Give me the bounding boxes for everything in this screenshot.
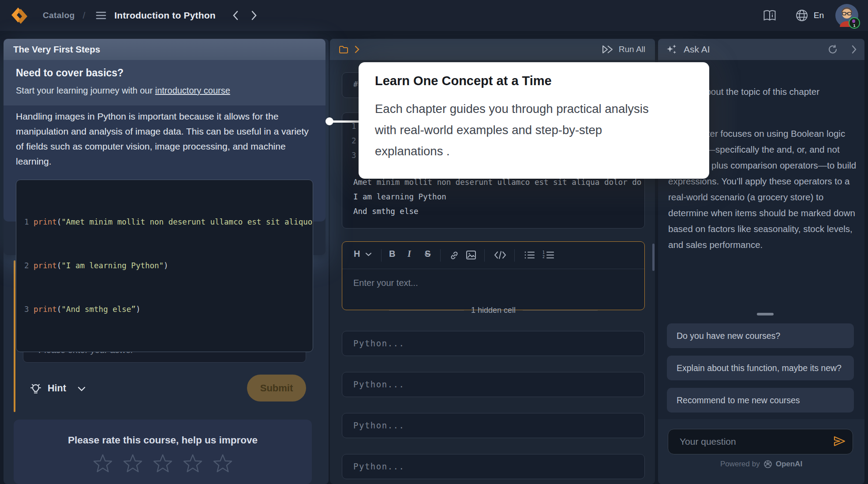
sparkles-icon [666,44,677,55]
toolbar-divider [342,269,644,269]
powered-by-row: Powered by OpenAI [658,460,864,469]
notebook-header: Run All [330,39,655,60]
code-line: 2 print("I am learning Python") [24,259,305,273]
star-icon[interactable] [123,454,142,473]
next-chapter-icon[interactable] [251,11,257,20]
text-editor-cell[interactable]: H B I S [342,241,645,310]
python-cell[interactable]: Python... [342,454,645,479]
python-cell[interactable]: Python... [342,413,645,438]
rating-card: Please rate this course, help us improve [14,420,312,484]
code-line: 3 print("And smthg else”) [24,302,305,317]
heading-chevron-down-icon[interactable] [365,252,372,256]
python-cell-placeholder: Python... [353,420,404,430]
openai-logo-icon [763,460,772,469]
reset-chat-icon[interactable] [827,44,838,55]
breadcrumb-separator: / [82,10,85,21]
output-line: And smthg else [353,207,419,216]
svg-text:2: 2 [542,255,545,259]
tooltip-body: Each chapter guides you through practica… [375,98,668,162]
lesson-overlay-card: The Very First Steps Need to cover basic… [4,39,326,255]
bold-icon[interactable]: B [389,249,395,259]
suggestion-chip[interactable]: Explain about this function, maybe its n… [667,356,854,380]
run-all-icon[interactable] [601,44,614,55]
top-bar: Catalog / Introduction to Python [0,0,868,31]
image-icon[interactable] [466,250,476,260]
python-cell[interactable]: Python... [342,331,645,356]
lesson-paragraph: Handling images in Python is important b… [16,109,315,169]
tooltip-title: Learn One Concept at a Time [375,74,552,88]
rating-stars [14,454,312,473]
hint-chevron-down-icon[interactable] [78,386,86,391]
italic-icon[interactable]: I [408,249,411,259]
link-icon[interactable] [449,250,460,261]
prev-chapter-icon[interactable] [232,11,239,20]
tour-connector-dot [326,117,333,125]
send-icon[interactable] [833,435,846,447]
python-cell-placeholder: Python... [353,461,404,471]
submit-button[interactable]: Submit [247,375,306,401]
svg-text:1: 1 [542,251,545,255]
drag-handle[interactable] [757,313,774,315]
lesson-body: Handling images in Python is important b… [4,105,326,221]
lesson-card-header: The Very First Steps [4,39,326,60]
app-logo-icon[interactable] [9,5,30,26]
rating-title: Please rate this course, help us improve [14,435,312,446]
task-accent-border [14,260,15,412]
star-icon[interactable] [213,454,232,473]
python-cell-placeholder: Python... [353,338,404,348]
folder-icon[interactable] [339,45,348,54]
ordered-list-icon[interactable]: 1 2 [542,251,554,259]
globe-icon[interactable] [795,9,808,22]
code-line: 1 print("Amet minim mollit non deserunt … [24,215,305,229]
ask-ai-title: Ask AI [684,44,710,55]
hidden-cell-divider[interactable]: 1 hidden cell [342,306,645,315]
powered-by-label: Powered by [720,460,760,469]
suggestion-chip[interactable]: Recommend to me new courses [667,388,854,413]
breadcrumb-catalog[interactable]: Catalog [43,11,75,20]
achievement-badge: 1 [849,17,860,29]
chapters-list-icon[interactable] [96,11,106,20]
question-input[interactable] [668,429,853,454]
star-icon[interactable] [183,454,202,473]
basics-title: Need to cover basics? [16,67,313,79]
python-cell-placeholder: Python... [353,379,404,389]
divider-line [523,310,598,311]
output-line: Amet minim mollit non deserunt ullamco e… [353,178,641,187]
language-selector[interactable]: En [814,11,824,20]
hint-bulb-icon [29,382,42,395]
openai-brand: OpenAI [776,460,802,469]
python-cell[interactable]: Python... [342,372,645,397]
run-all-button[interactable]: Run All [619,45,645,54]
heading-icon[interactable]: H [354,249,360,259]
hidden-cell-label: 1 hidden cell [471,306,516,315]
docs-book-icon[interactable] [763,9,777,22]
avatar[interactable]: 1 [835,4,858,27]
page-title: Introduction to Python [114,10,216,21]
notebook-scrollbar[interactable] [652,244,655,271]
star-icon[interactable] [93,454,112,473]
tour-tooltip: Learn One Concept at a Time Each chapter… [359,62,709,179]
app-window: Catalog / Introduction to Python [0,0,868,484]
basics-banner: Need to cover basics? Start your learnin… [4,60,326,105]
divider-line [389,310,464,311]
basics-text: Start your learning journey with our [16,86,155,95]
output-line: I am learning Python [353,192,446,201]
tour-connector-line [329,120,361,123]
code-icon[interactable] [494,251,506,259]
bullet-list-icon[interactable] [524,251,535,259]
ask-ai-footer: Powered by OpenAI [658,419,864,484]
editor-placeholder[interactable]: Enter your text... [353,278,418,288]
lesson-code-block: 1 print("Amet minim mollit non deserunt … [16,180,313,352]
introductory-course-link[interactable]: introductory course [155,86,230,95]
star-icon[interactable] [153,454,172,473]
ask-ai-header: Ask AI [658,39,864,60]
collapse-panel-icon[interactable] [851,45,857,54]
hint-button[interactable]: Hint [48,383,66,394]
strikethrough-icon[interactable]: S [425,249,430,259]
suggestion-chip[interactable]: Do you have new courses? [667,323,854,348]
expand-chevron-icon[interactable] [355,45,359,53]
